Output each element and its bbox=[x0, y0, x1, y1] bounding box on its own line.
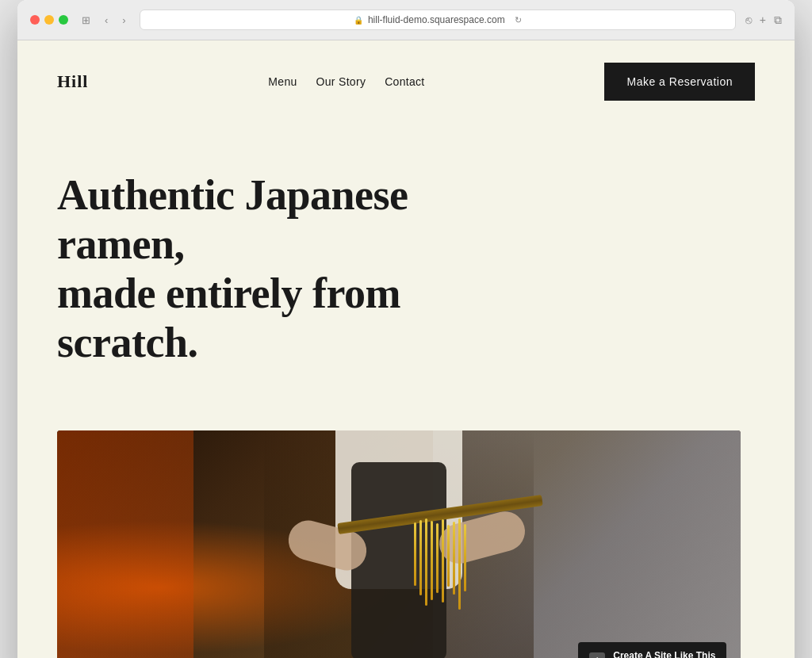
badge-main-text: Create A Site Like This bbox=[613, 650, 715, 658]
nav-link-our-story[interactable]: Our Story bbox=[316, 75, 366, 88]
new-tab-icon[interactable]: + bbox=[760, 13, 766, 26]
noodle-strand bbox=[458, 518, 461, 610]
navigation: Hill Menu Our Story Contact Make a Reser… bbox=[17, 40, 795, 123]
site-content: Hill Menu Our Story Contact Make a Reser… bbox=[17, 40, 795, 658]
noodle-strand bbox=[425, 518, 427, 606]
close-button[interactable] bbox=[30, 15, 40, 25]
noodle-strand bbox=[436, 523, 439, 593]
badge-text-block: Create A Site Like This Free trial. Inst… bbox=[613, 650, 715, 658]
make-reservation-button[interactable]: Make a Reservation bbox=[604, 63, 755, 101]
url-text: hill-fluid-demo.squarespace.com bbox=[368, 14, 505, 25]
nav-link-contact[interactable]: Contact bbox=[385, 75, 424, 88]
minimize-button[interactable] bbox=[44, 15, 54, 25]
nav-links: Menu Our Story Contact bbox=[268, 75, 424, 88]
forward-button[interactable]: › bbox=[118, 13, 129, 28]
noodle-strands bbox=[414, 518, 466, 610]
lock-icon: 🔒 bbox=[354, 16, 363, 25]
maximize-button[interactable] bbox=[59, 15, 68, 25]
noodle-strand bbox=[431, 521, 433, 600]
nav-link-menu[interactable]: Menu bbox=[268, 75, 297, 88]
browser-window: ⊞ ‹ › 🔒 hill-fluid-demo.squarespace.com … bbox=[17, 0, 795, 658]
squarespace-logo-icon: ◈ bbox=[589, 652, 605, 658]
address-bar[interactable]: 🔒 hill-fluid-demo.squarespace.com ↻ bbox=[140, 10, 736, 30]
noodle-strand bbox=[414, 522, 416, 586]
refresh-icon[interactable]: ↻ bbox=[515, 15, 522, 25]
site-logo[interactable]: Hill bbox=[57, 71, 88, 92]
hero-section: Authentic Japanese ramen, made entirely … bbox=[17, 123, 573, 430]
hero-title: Authentic Japanese ramen, made entirely … bbox=[57, 170, 533, 367]
browser-chrome: ⊞ ‹ › 🔒 hill-fluid-demo.squarespace.com … bbox=[17, 0, 795, 40]
noodle-strand bbox=[442, 519, 444, 603]
back-button[interactable]: ‹ bbox=[101, 13, 112, 28]
browser-nav-controls: ⊞ ‹ › bbox=[78, 13, 130, 28]
browser-actions: ⎋ + ⧉ bbox=[745, 13, 782, 27]
noodle-strand bbox=[464, 524, 466, 591]
hero-image: ◈ Create A Site Like This Free trial. In… bbox=[57, 430, 741, 658]
chef-figure bbox=[264, 430, 534, 658]
squarespace-badge[interactable]: ◈ Create A Site Like This Free trial. In… bbox=[578, 642, 726, 658]
flame-glow bbox=[57, 430, 193, 658]
share-icon[interactable]: ⎋ bbox=[745, 13, 752, 26]
noodle-visual bbox=[337, 509, 543, 520]
noodle-strand bbox=[447, 525, 450, 587]
noodle-strand bbox=[419, 520, 422, 595]
noodle-strand bbox=[453, 522, 455, 595]
sidebar-toggle-icon[interactable]: ⊞ bbox=[78, 13, 94, 28]
traffic-lights bbox=[30, 15, 68, 25]
tabs-icon[interactable]: ⧉ bbox=[774, 13, 782, 27]
